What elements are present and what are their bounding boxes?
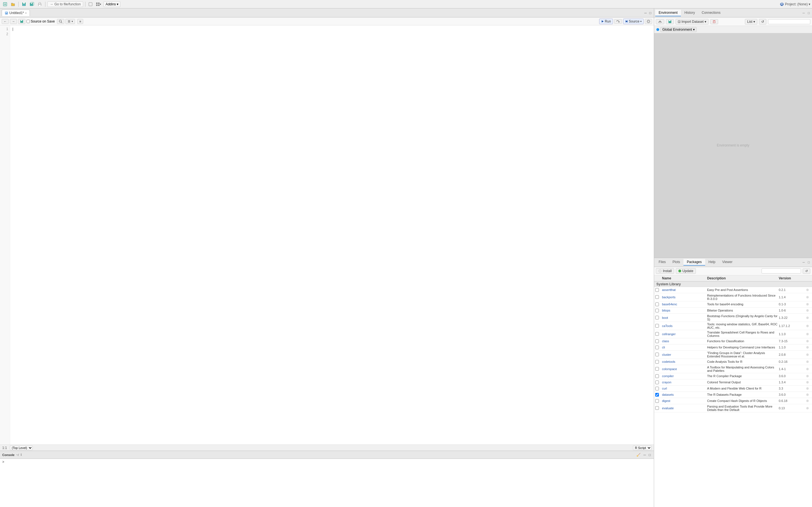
pkg-remove-cluster[interactable]: ⊗ <box>804 353 811 356</box>
pkg-name-crayon[interactable]: crayon <box>662 381 707 384</box>
pkg-name-cellranger[interactable]: cellranger <box>662 332 707 336</box>
tab-plots[interactable]: Plots <box>669 259 683 266</box>
source-btn[interactable]: Source ▾ <box>623 18 644 24</box>
pkg-remove-base64enc[interactable]: ⊗ <box>804 302 811 306</box>
top-level-select[interactable]: (Top Level) <box>10 446 33 450</box>
tab-history[interactable]: History <box>681 10 698 16</box>
pkg-checkbox-compiler[interactable] <box>655 374 659 378</box>
pkg-checkbox-base64enc[interactable] <box>655 302 659 306</box>
pkg-checkbox-cli[interactable] <box>655 346 659 349</box>
compile-btn[interactable] <box>645 19 652 24</box>
tab-environment[interactable]: Environment <box>655 10 681 16</box>
code-content[interactable]: | <box>10 25 654 445</box>
addins-btn[interactable]: Addins ▾ <box>103 1 120 7</box>
minimize-files-btn[interactable]: ─ <box>802 260 806 264</box>
tab-viewer[interactable]: Viewer <box>719 259 735 266</box>
pkg-name-bitops[interactable]: bitops <box>662 309 707 312</box>
save-all-btn[interactable] <box>29 1 35 7</box>
pkg-remove-cli[interactable]: ⊗ <box>804 345 811 349</box>
pkg-checkbox-caTools[interactable] <box>655 324 659 328</box>
pkg-remove-curl[interactable]: ⊗ <box>804 386 811 390</box>
tab-packages[interactable]: Packages <box>683 259 705 266</box>
save-btn[interactable] <box>20 1 28 7</box>
pkg-name-datasets[interactable]: datasets <box>662 393 707 396</box>
load-workspace-btn[interactable] <box>656 19 664 24</box>
pkg-name-cli[interactable]: cli <box>662 346 707 349</box>
pkg-remove-compiler[interactable]: ⊗ <box>804 374 811 378</box>
pkg-checkbox-evaluate[interactable] <box>655 406 659 410</box>
editor-tab-untitled1[interactable]: R Untitled1* × <box>2 10 30 16</box>
pkg-checkbox-codetools[interactable] <box>655 360 659 363</box>
pkg-checkbox-crayon[interactable] <box>655 381 659 384</box>
pkg-checkbox-datasets[interactable] <box>655 393 659 397</box>
clear-console-btn[interactable]: 🧹 <box>636 453 642 457</box>
re-run-btn[interactable] <box>614 19 622 24</box>
tab-close-btn[interactable]: × <box>25 11 27 15</box>
pkg-remove-evaluate[interactable]: ⊗ <box>804 406 811 410</box>
pkg-remove-caTools[interactable]: ⊗ <box>804 324 811 328</box>
pkg-name-assertthat[interactable]: assertthat <box>662 288 707 291</box>
import-dataset-btn[interactable]: Import Dataset ▾ <box>675 19 709 24</box>
pkg-remove-cellranger[interactable]: ⊗ <box>804 332 811 336</box>
pkg-remove-datasets[interactable]: ⊗ <box>804 393 811 397</box>
run-btn[interactable]: Run <box>599 18 613 24</box>
outline-btn[interactable]: ≡ <box>77 19 83 24</box>
pkg-remove-codetools[interactable]: ⊗ <box>804 360 811 363</box>
maximize-console-btn[interactable]: □ <box>648 453 652 457</box>
pkg-checkbox-cellranger[interactable] <box>655 332 659 336</box>
search-btn[interactable] <box>57 19 64 24</box>
maximize-files-btn[interactable]: □ <box>807 260 811 264</box>
tab-help[interactable]: Help <box>705 259 719 266</box>
save-workspace-btn[interactable] <box>666 19 674 24</box>
pkg-name-base64enc[interactable]: base64enc <box>662 302 707 306</box>
clear-env-btn[interactable] <box>710 19 718 24</box>
update-btn[interactable]: Update <box>676 268 696 274</box>
forward-btn[interactable]: → <box>10 19 17 24</box>
pkg-name-backports[interactable]: backports <box>662 295 707 299</box>
pkg-remove-class[interactable]: ⊗ <box>804 339 811 343</box>
list-view-btn[interactable]: List ▾ <box>745 19 757 24</box>
pkg-name-digest[interactable]: digest <box>662 399 707 402</box>
save-editor-btn[interactable] <box>18 19 26 24</box>
pkg-checkbox-class[interactable] <box>655 339 659 343</box>
pkg-name-evaluate[interactable]: evaluate <box>662 406 707 410</box>
pkg-checkbox-cluster[interactable] <box>655 353 659 356</box>
print-btn[interactable] <box>36 1 43 7</box>
tab-connections[interactable]: Connections <box>698 10 724 16</box>
grid-btn[interactable]: ▾ <box>95 2 102 7</box>
pkg-remove-assertthat[interactable]: ⊗ <box>804 288 811 292</box>
zoom-btn[interactable] <box>87 2 94 7</box>
maximize-env-btn[interactable]: □ <box>807 11 811 15</box>
pkg-remove-crayon[interactable]: ⊗ <box>804 380 811 384</box>
pkg-remove-boot[interactable]: ⊗ <box>804 316 811 320</box>
pkg-name-compiler[interactable]: compiler <box>662 374 707 378</box>
source-on-save-label[interactable]: Source on Save <box>27 19 55 23</box>
refresh-pkgs-btn[interactable]: ↺ <box>803 269 810 274</box>
minimize-editor-btn[interactable]: ─ <box>644 11 648 15</box>
pkg-name-caTools[interactable]: caTools <box>662 324 707 328</box>
pkg-checkbox-bitops[interactable] <box>655 309 659 313</box>
env-search-input[interactable] <box>768 19 810 24</box>
pkg-name-curl[interactable]: curl <box>662 387 707 390</box>
global-env-select[interactable]: Global Environment ▾ <box>660 27 697 32</box>
pkg-checkbox-assertthat[interactable] <box>655 288 659 292</box>
pkg-checkbox-colorspace[interactable] <box>655 367 659 371</box>
console-content[interactable]: > <box>0 459 654 507</box>
open-btn[interactable] <box>10 1 16 7</box>
pkg-checkbox-backports[interactable] <box>655 295 659 299</box>
pkg-name-colorspace[interactable]: colorspace <box>662 367 707 371</box>
new-script-btn[interactable] <box>2 1 8 7</box>
install-btn[interactable]: Install <box>656 268 674 274</box>
back-btn[interactable]: ← <box>2 19 9 24</box>
pkg-remove-colorspace[interactable]: ⊗ <box>804 367 811 371</box>
pkg-remove-digest[interactable]: ⊗ <box>804 399 811 403</box>
pkg-search-input[interactable] <box>762 269 801 274</box>
tab-files[interactable]: Files <box>655 259 669 266</box>
minimize-env-btn[interactable]: ─ <box>802 11 806 15</box>
maximize-editor-btn[interactable]: □ <box>649 11 652 15</box>
minimize-console-btn[interactable]: ─ <box>643 453 647 457</box>
pkg-name-cluster[interactable]: cluster <box>662 353 707 356</box>
refresh-env-btn[interactable]: ↺ <box>759 19 766 24</box>
pkg-remove-backports[interactable]: ⊗ <box>804 295 811 299</box>
code-tools-btn[interactable]: ▾ <box>65 19 75 24</box>
